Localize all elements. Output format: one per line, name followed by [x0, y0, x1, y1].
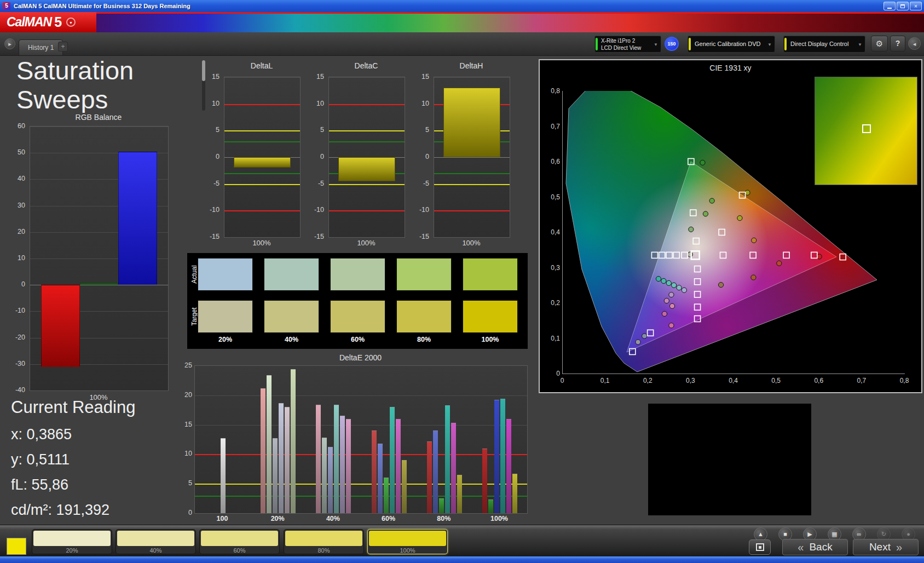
add-tab-button[interactable]: +: [58, 42, 68, 51]
ref-line: [224, 130, 300, 131]
y-tick-label: 15: [212, 73, 220, 81]
green-bar: [80, 283, 119, 285]
next-label: Next: [869, 541, 891, 553]
source-selector[interactable]: Generic Calibration DVD ▼: [688, 36, 775, 53]
delta-l-chart: DeltaL 151050-5-10-15 100%: [205, 61, 302, 245]
display-control-selector[interactable]: Direct Display Control ▼: [783, 36, 865, 53]
page-title-line1: Saturation: [16, 56, 197, 85]
target-swatch-row: [187, 300, 528, 333]
y-tick-label: 0,8: [551, 87, 560, 95]
settings-gear-button[interactable]: ⚙: [871, 36, 888, 51]
deltae-bar: [439, 498, 444, 513]
y-tick-label: -5: [423, 180, 429, 187]
maximize-button[interactable]: [897, 2, 909, 10]
chevron-down-icon: ▼: [858, 42, 862, 47]
blue-bar: [118, 152, 157, 285]
help-button[interactable]: ?: [890, 36, 905, 51]
y-tick-label: 30: [18, 202, 25, 209]
collapse-toolbar-button[interactable]: ◂: [908, 37, 921, 50]
pattern-swatch-20%[interactable]: 20%: [32, 529, 112, 554]
back-button[interactable]: « Back: [782, 539, 848, 555]
y-tick-label: 5: [425, 126, 429, 134]
deltae-bar: [433, 430, 438, 513]
deltae-bar: [372, 430, 377, 513]
current-reading-title: Current Reading: [11, 398, 135, 417]
color-swatch: [198, 300, 253, 333]
x-tick-label: 80%: [437, 515, 451, 522]
chart-title: DeltaH: [434, 61, 509, 70]
meter-mode: LCD Direct View: [601, 44, 641, 51]
y-tick-label: -10: [210, 206, 220, 214]
meter-selector[interactable]: X-Rite i1Pro 2 LCD Direct View ▼: [594, 36, 661, 53]
close-button[interactable]: ×: [910, 2, 922, 10]
y-tick-label: -15: [314, 233, 324, 240]
pattern-swatch-60%[interactable]: 60%: [199, 529, 280, 554]
ref-line: [434, 184, 510, 185]
pattern-swatch-100%[interactable]: 100%: [367, 529, 448, 554]
pattern-color: [285, 531, 362, 546]
y-tick-label: 40: [18, 175, 25, 182]
y-tick-label: 10: [212, 100, 220, 107]
delta-bar: [443, 88, 501, 157]
measured-point: [737, 216, 742, 221]
active-color-mini-swatch: [7, 538, 26, 555]
y-tick-label: 5: [216, 126, 220, 134]
ref-line: [224, 173, 300, 174]
gridline: [434, 77, 510, 78]
meter-status-badge: 150: [665, 37, 679, 51]
x-tick-label: 0,4: [729, 377, 738, 384]
back-label: Back: [809, 541, 832, 553]
ref-line: [224, 210, 300, 211]
plot-area: [328, 77, 405, 238]
pattern-swatch-40%[interactable]: 40%: [116, 529, 196, 554]
measured-point: [636, 340, 640, 344]
x-tick-label: 0,6: [814, 377, 823, 384]
pattern-color: [33, 531, 111, 546]
reading-x: x: 0,3865: [11, 426, 135, 443]
swatch-percent-label: 60%: [330, 336, 385, 343]
reading-fl: fL: 55,86: [11, 476, 135, 493]
y-tick-label: 25: [184, 361, 192, 369]
y-tick-label: -5: [213, 180, 220, 187]
color-swatch: [198, 258, 253, 291]
calman-logo[interactable]: CalMAN 5 ▼: [0, 12, 96, 32]
logo-number: 5: [54, 14, 62, 30]
color-swatch: [396, 300, 452, 333]
chevron-down-icon[interactable]: ▼: [66, 18, 76, 27]
pattern-label: 60%: [200, 547, 279, 554]
delta-c-chart: DeltaC 151050-5-10-15 100%: [310, 61, 406, 245]
next-button[interactable]: Next »: [853, 539, 919, 555]
x-axis-label: 100%: [224, 239, 299, 247]
y-tick-label: 10: [184, 450, 192, 457]
delta-h-chart: DeltaH 151050-5-10-15 100%: [415, 61, 511, 245]
minimize-button[interactable]: [883, 2, 896, 10]
y-axis: 2520151050: [183, 365, 194, 513]
deltae-2000-chart: DeltaE 2000 2520151050 10020%40%60%80%10…: [181, 353, 536, 526]
color-swatch: [463, 300, 518, 333]
ref-line: [329, 104, 405, 105]
deltae-bar: [512, 474, 517, 513]
swatch-percent-label: 80%: [396, 336, 452, 343]
measured-point: [703, 211, 708, 216]
pattern-swatch-80%[interactable]: 80%: [284, 529, 364, 554]
red-bar: [41, 285, 80, 366]
actual-swatch-row: [187, 258, 528, 291]
calman-app-window: 5 CalMAN 5 CalMAN Ultimate for Business …: [0, 0, 924, 563]
deltae-bar: [285, 407, 290, 513]
chevron-right-icon: »: [896, 541, 902, 554]
ref-line: [224, 104, 300, 105]
history-panel-toggle[interactable]: ▸: [4, 38, 15, 49]
deltae-bar: [494, 400, 499, 513]
y-tick-label: -10: [314, 206, 324, 214]
gridline: [30, 390, 168, 391]
ref-line: [329, 141, 405, 142]
display-control-label: Direct Display Control: [790, 36, 848, 52]
gridline: [224, 77, 300, 78]
reading-y: y: 0,5111: [11, 451, 135, 468]
y-tick-label: 15: [421, 73, 429, 81]
measured-point: [700, 160, 705, 165]
stop-pattern-button[interactable]: [749, 539, 771, 555]
tab-history-1[interactable]: History 1: [19, 39, 63, 55]
stop-icon: [756, 543, 764, 551]
x-tick-label: 0,1: [600, 377, 610, 384]
